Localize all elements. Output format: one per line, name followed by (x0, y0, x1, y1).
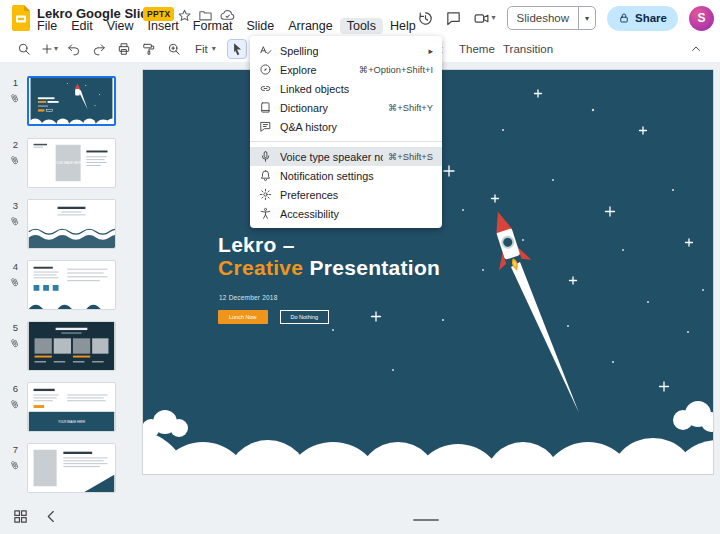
transition-button[interactable]: Transition (503, 36, 553, 62)
thumbnail-row-3: 3 (0, 199, 130, 251)
theme-button[interactable]: Theme (459, 36, 495, 62)
menu-insert[interactable]: Insert (141, 18, 186, 34)
explore-icon (259, 63, 272, 76)
menu-item-label: Q&A history (280, 121, 433, 133)
menu-view[interactable]: View (100, 18, 141, 34)
menu-slide[interactable]: Slide (239, 18, 281, 34)
menu-item-label: Notification settings (280, 170, 433, 182)
version-history-icon[interactable] (417, 10, 434, 27)
thumbnail-row-6: 6 YOUR IMAGE HERE (0, 382, 130, 434)
slide-title-rest: Presentation (309, 256, 440, 279)
menu-item-label: Accessibility (280, 208, 433, 220)
menu-item-shortcut: ⌘+Shift+S (388, 151, 433, 162)
slide-buttons: Lunch Now Do Nothing (218, 310, 329, 324)
share-button[interactable]: Share (607, 6, 678, 31)
slide-secondary-button[interactable]: Do Nothing (280, 310, 330, 324)
share-button-label: Share (635, 12, 667, 24)
thumbnail-art (28, 322, 115, 370)
slides-logo-icon[interactable] (11, 5, 31, 31)
chevron-down-icon: ▾ (54, 45, 58, 53)
chevron-down-icon: ▾ (212, 45, 216, 53)
menu-item-qa-history[interactable]: Q&A history (250, 117, 442, 136)
comments-icon[interactable] (445, 10, 462, 27)
titlebar: Lekro Google Slides PPTX File Edit View … (0, 0, 720, 36)
menu-format[interactable]: Format (186, 18, 240, 34)
menu-file[interactable]: File (30, 18, 64, 34)
menu-item-label: Preferences (280, 189, 433, 201)
slide-thumbnail-1[interactable] (27, 76, 116, 126)
menu-item-label: Voice type speaker notes (280, 151, 383, 163)
menu-item-label: Explore (280, 64, 354, 76)
menu-item-accessibility[interactable]: Accessibility (250, 204, 442, 223)
menu-item-label: Dictionary (280, 102, 383, 114)
speaker-notes-handle[interactable] (413, 519, 439, 522)
slide-number: 4 (5, 261, 18, 272)
menu-item-label: Linked objects (280, 83, 433, 95)
submenu-arrow-icon: ▸ (428, 46, 433, 56)
menu-arrange[interactable]: Arrange (281, 18, 339, 34)
accessibility-icon (259, 207, 272, 220)
menu-item-spelling[interactable]: Spelling ▸ (250, 41, 442, 60)
zoom-icon[interactable] (164, 39, 184, 59)
paperclip-icon (6, 272, 21, 287)
gear-icon (259, 188, 272, 201)
slide-number: 3 (5, 200, 18, 211)
thumbnail-row-7: 7 (0, 443, 130, 495)
slideshow-options-button[interactable]: ▾ (578, 7, 595, 29)
paperclip-icon (6, 211, 21, 226)
collapse-filmstrip-icon[interactable] (43, 508, 60, 525)
slide-thumbnail-6[interactable]: YOUR IMAGE HERE (27, 382, 116, 432)
thumbnail-row-1: 1 (0, 76, 130, 128)
menu-item-dictionary[interactable]: Dictionary ⌘+Shift+Y (250, 98, 442, 117)
lock-icon (618, 12, 630, 24)
slide-thumbnail-4[interactable] (27, 260, 116, 310)
menu-item-notification-settings[interactable]: Notification settings (250, 166, 442, 185)
menubar: File Edit View Insert Format Slide Arran… (30, 18, 423, 34)
slide-title-line1: Lekro – (218, 233, 295, 256)
slideshow-split-button: Slideshow ▾ (507, 6, 596, 30)
menu-edit[interactable]: Edit (64, 18, 100, 34)
menu-item-explore[interactable]: Explore ⌘+Option+Shift+I (250, 60, 442, 79)
slideshow-button[interactable]: Slideshow (508, 12, 578, 24)
menu-item-voice-type-speaker-notes[interactable]: Voice type speaker notes ⌘+Shift+S (250, 147, 442, 166)
search-menus-icon[interactable] (14, 39, 34, 59)
slide-thumbnail-3[interactable] (27, 199, 116, 249)
slide-number: 7 (5, 444, 18, 455)
paint-format-icon[interactable] (139, 39, 159, 59)
slide-number: 6 (5, 383, 18, 394)
slide-thumbnail-5[interactable] (27, 321, 116, 371)
redo-icon[interactable] (89, 39, 109, 59)
toolbar-left-group: ▾ Fit ▾ (14, 36, 272, 62)
thumbnail-row-4: 4 (0, 260, 130, 312)
print-icon[interactable] (114, 39, 134, 59)
slide-title[interactable]: Lekro – Creative Presentation (218, 233, 440, 279)
undo-icon[interactable] (64, 39, 84, 59)
slide-number: 1 (5, 77, 18, 88)
menu-item-preferences[interactable]: Preferences (250, 185, 442, 204)
zoom-select-dropdown[interactable]: Fit ▾ (189, 43, 222, 55)
slide-title-accent: Creative (218, 256, 303, 279)
menu-tools[interactable]: Tools (340, 18, 383, 34)
slide-thumbnail-7[interactable] (27, 443, 116, 493)
thumbnail-row-2: 2 YOUR IMAGE HERE (0, 138, 130, 190)
paperclip-icon (6, 88, 21, 103)
microphone-icon (259, 150, 272, 163)
slide-primary-button[interactable]: Lunch Now (218, 310, 268, 324)
thumb2-placeholder-text: YOUR IMAGE HERE (55, 161, 82, 165)
slide-date-text[interactable]: 12 December 2018 (219, 294, 278, 301)
zoom-select-value: Fit (195, 43, 208, 55)
account-avatar[interactable]: S (689, 6, 714, 31)
menu-item-shortcut: ⌘+Option+Shift+I (359, 64, 433, 75)
chevron-down-icon: ▾ (585, 14, 589, 23)
collapse-toolbar-icon[interactable] (686, 39, 706, 59)
tools-dropdown-menu: Spelling ▸ Explore ⌘+Option+Shift+I Link… (250, 36, 442, 228)
slide-thumbnail-2[interactable]: YOUR IMAGE HERE (27, 138, 116, 188)
paperclip-icon (6, 333, 21, 348)
select-tool-icon[interactable] (227, 39, 247, 59)
topbar-actions: ▾ Slideshow ▾ Share S (417, 0, 714, 36)
new-slide-button[interactable]: ▾ (39, 39, 59, 59)
meet-call-button[interactable]: ▾ (473, 10, 496, 27)
menu-separator (250, 141, 442, 142)
menu-item-linked-objects[interactable]: Linked objects (250, 79, 442, 98)
grid-view-icon[interactable] (12, 508, 29, 525)
